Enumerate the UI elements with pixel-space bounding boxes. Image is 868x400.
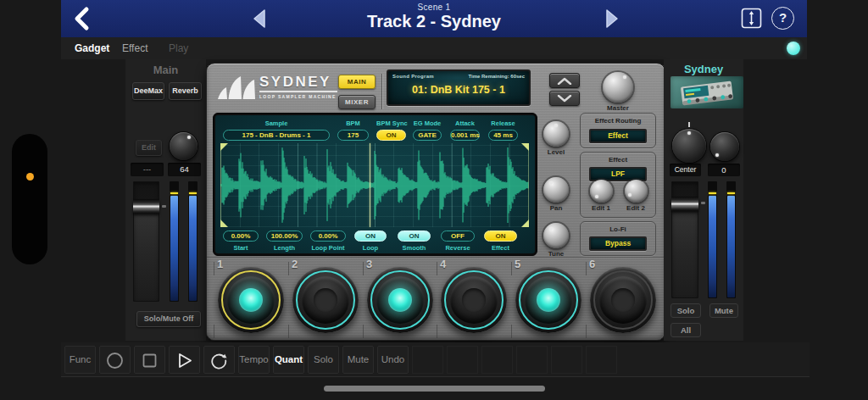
send-knob[interactable] [170, 132, 198, 160]
pad-1[interactable] [218, 267, 284, 333]
loop-button[interactable] [203, 346, 235, 374]
fx-slot-deemax-button[interactable]: DeeMax [132, 82, 164, 100]
pad-light [314, 288, 337, 312]
pad-number: 6 [589, 258, 595, 270]
help-glyph: ? [779, 10, 787, 25]
pan-value[interactable]: Center [670, 164, 701, 176]
mute-button[interactable]: Mute [709, 303, 738, 318]
param-attack[interactable]: Attack 0.001 ms [450, 119, 480, 141]
param-value[interactable]: 45 ms [488, 130, 518, 141]
param-reverse[interactable]: OFF Reverse [441, 231, 475, 252]
level-knob[interactable] [543, 121, 569, 147]
param-release[interactable]: Release 45 ms [488, 119, 518, 141]
master-knob[interactable] [603, 72, 633, 103]
toolbar-mute-button[interactable]: Mute [342, 346, 374, 374]
param-start[interactable]: 0.00% Start [223, 231, 259, 252]
param-length[interactable]: 100.00% Length [266, 231, 303, 252]
param-toggle[interactable]: ON [398, 231, 431, 242]
fader-handle[interactable] [133, 199, 159, 214]
toolbar-empty-slot [412, 346, 443, 374]
pad-6[interactable] [590, 267, 656, 333]
selection-end-edge[interactable] [528, 143, 529, 227]
stop-button[interactable] [134, 346, 165, 374]
help-icon[interactable]: ? [771, 7, 794, 30]
prev-track-icon[interactable] [249, 8, 271, 30]
all-button[interactable]: All [670, 323, 701, 337]
effect-routing-display[interactable]: Effect [589, 129, 647, 143]
param-toggle[interactable]: ON [376, 130, 406, 141]
track-title: Track 2 - Sydney [332, 12, 536, 31]
effect-edit1-knob[interactable] [590, 180, 613, 203]
param-toggle[interactable]: ON [354, 231, 387, 242]
pan-knob[interactable] [543, 177, 569, 203]
sound-program-display[interactable]: Sound Program Time Remaining: 60sec 01: … [387, 69, 531, 106]
param-smooth[interactable]: ON Smooth [398, 231, 431, 252]
solo-button[interactable]: Solo [670, 303, 701, 318]
toolbar-solo-button[interactable]: Solo [308, 346, 339, 374]
pad-2[interactable] [292, 267, 359, 333]
knob-value[interactable]: 64 [168, 163, 201, 176]
lofi-display[interactable]: Bypass [589, 236, 647, 251]
param-loop[interactable]: ON Loop [354, 231, 387, 252]
quant-button[interactable]: Quant [273, 346, 304, 374]
pad-3[interactable] [367, 267, 433, 333]
tab-play[interactable]: Play [169, 37, 188, 59]
param-bpm[interactable]: BPM 175 [337, 119, 369, 141]
param-sample[interactable]: Sample 175 - DnB - Drums - 1 [223, 119, 330, 141]
channel-fader[interactable] [671, 181, 698, 298]
solo-mute-off-button[interactable]: Solo/Mute Off [136, 311, 201, 327]
record-button[interactable] [99, 346, 131, 374]
effect-edit2-knob[interactable] [625, 180, 648, 203]
fader-handle[interactable] [671, 197, 698, 211]
channel-fader[interactable] [133, 181, 159, 302]
view-mixer-button[interactable]: MIXER [338, 95, 376, 109]
fx-slot-reverb-button[interactable]: Reverb [169, 82, 202, 100]
param-value[interactable]: 175 - DnB - Drums - 1 [223, 130, 330, 141]
param-value[interactable]: 0.001 ms [450, 130, 480, 141]
param-toggle[interactable]: ON [484, 231, 517, 242]
app-screen: Scene 1 Track 2 - Sydney ? Gadget Effect… [0, 0, 868, 400]
program-up-button[interactable] [549, 73, 580, 88]
param-value[interactable]: 175 [337, 130, 369, 141]
tab-effect[interactable]: Effect [122, 37, 147, 59]
back-chevron-icon[interactable] [70, 5, 95, 32]
pad-5[interactable] [515, 267, 581, 333]
knob-indicator-dot [715, 153, 719, 157]
view-main-button[interactable]: MAIN [338, 75, 376, 89]
play-button[interactable] [169, 346, 200, 374]
selection-start-edge[interactable] [220, 143, 221, 227]
next-track-icon[interactable] [600, 8, 622, 30]
gain-value[interactable]: 0 [708, 164, 740, 176]
func-button[interactable]: Func [64, 346, 96, 374]
scene-title-block[interactable]: Scene 1 Track 2 - Sydney [332, 3, 536, 31]
waveform-display[interactable] [220, 143, 529, 227]
param-toggle[interactable]: OFF [441, 231, 475, 242]
param-value[interactable]: 0.00% [223, 231, 259, 242]
param-eg-mode[interactable]: EG Mode GATE [413, 119, 442, 141]
param-loop-point[interactable]: 0.00% Loop Point [310, 231, 346, 252]
channel-pan-knob[interactable] [672, 129, 706, 163]
param-bpm-sync[interactable]: BPM Sync ON [376, 119, 406, 141]
pad-4[interactable] [441, 267, 507, 333]
program-down-button[interactable] [549, 91, 580, 106]
tempo-button[interactable]: Tempo [238, 346, 270, 374]
loop-point-line [370, 143, 370, 227]
gadget-thumbnail[interactable] [670, 76, 743, 108]
send-value[interactable]: --- [131, 163, 164, 176]
opera-house-icon [217, 75, 256, 108]
expand-collapse-icon[interactable] [740, 7, 763, 30]
channel-gain-knob[interactable] [710, 132, 739, 161]
param-effect[interactable]: ON Effect [484, 231, 517, 252]
home-indicator[interactable] [324, 386, 545, 392]
param-value[interactable]: GATE [413, 130, 442, 141]
undo-button[interactable]: Undo [377, 346, 409, 374]
param-value[interactable]: 0.00% [310, 231, 346, 242]
param-value[interactable]: 100.00% [266, 231, 303, 242]
param-label: Attack [450, 119, 480, 127]
toolbar-empty-slot [481, 346, 513, 374]
edit-button[interactable]: Edit [136, 140, 162, 156]
pan-label: Pan [531, 204, 581, 212]
toolbar-empty-slot [447, 346, 478, 374]
tab-gadget[interactable]: Gadget [75, 37, 109, 59]
tune-knob[interactable] [543, 223, 569, 248]
